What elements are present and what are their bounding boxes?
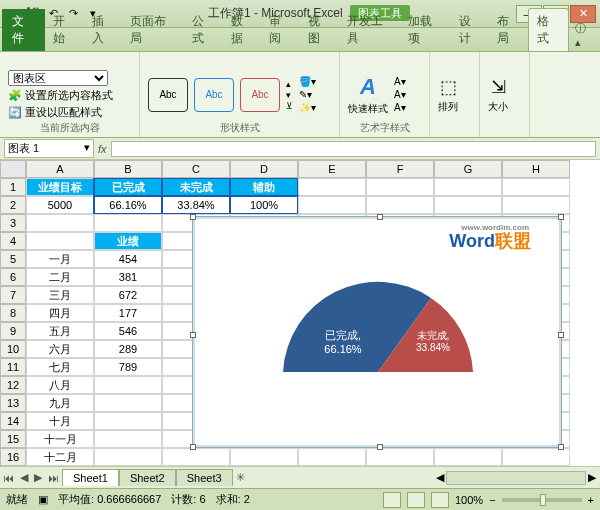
cell[interactable] bbox=[230, 448, 298, 466]
row-header[interactable]: 12 bbox=[0, 376, 26, 394]
col-header[interactable]: A bbox=[26, 160, 94, 178]
cell[interactable] bbox=[162, 448, 230, 466]
cell[interactable]: 三月 bbox=[26, 286, 94, 304]
cell[interactable]: 二月 bbox=[26, 268, 94, 286]
quick-styles-button[interactable]: A 快速样式 bbox=[348, 74, 388, 116]
hscroll-left-icon[interactable]: ◀ bbox=[436, 471, 444, 484]
col-header[interactable]: D bbox=[230, 160, 298, 178]
gallery-up-icon[interactable]: ▴ bbox=[286, 79, 293, 89]
cell[interactable]: 66.16% bbox=[94, 196, 162, 214]
cell[interactable] bbox=[298, 448, 366, 466]
format-selection-button[interactable]: 设置所选内容格式 bbox=[25, 88, 113, 103]
cell[interactable]: 七月 bbox=[26, 358, 94, 376]
col-header[interactable]: H bbox=[502, 160, 570, 178]
name-box[interactable]: 图表 1▾ bbox=[4, 139, 94, 158]
cell[interactable]: 十一月 bbox=[26, 430, 94, 448]
reset-style-button[interactable]: 重设以匹配样式 bbox=[25, 105, 102, 120]
cell[interactable] bbox=[94, 394, 162, 412]
cell[interactable]: 十月 bbox=[26, 412, 94, 430]
cell[interactable]: 672 bbox=[94, 286, 162, 304]
zoom-slider[interactable] bbox=[502, 498, 582, 502]
text-outline-icon[interactable]: A▾ bbox=[394, 89, 406, 100]
row-header[interactable]: 5 bbox=[0, 250, 26, 268]
row-header[interactable]: 1 bbox=[0, 178, 26, 196]
tab-dev[interactable]: 开发工具 bbox=[339, 9, 401, 51]
text-fill-icon[interactable]: A▾ bbox=[394, 76, 406, 87]
row-header[interactable]: 8 bbox=[0, 304, 26, 322]
col-header[interactable]: G bbox=[434, 160, 502, 178]
cell[interactable] bbox=[94, 376, 162, 394]
cell[interactable]: 五月 bbox=[26, 322, 94, 340]
cell[interactable]: 381 bbox=[94, 268, 162, 286]
zoom-in-icon[interactable]: + bbox=[588, 494, 594, 506]
chevron-down-icon[interactable]: ▾ bbox=[84, 141, 90, 156]
cell[interactable] bbox=[366, 178, 434, 196]
cell[interactable]: 289 bbox=[94, 340, 162, 358]
row-header[interactable]: 11 bbox=[0, 358, 26, 376]
row-header[interactable]: 7 bbox=[0, 286, 26, 304]
formula-input[interactable] bbox=[111, 141, 596, 157]
cell[interactable] bbox=[366, 196, 434, 214]
cell[interactable] bbox=[94, 412, 162, 430]
sheet-tab-1[interactable]: Sheet1 bbox=[62, 469, 119, 486]
cell[interactable]: 33.84% bbox=[162, 196, 230, 214]
shape-outline-button[interactable]: ✎▾ bbox=[299, 89, 316, 100]
cell[interactable] bbox=[502, 448, 570, 466]
tab-chartlayout[interactable]: 布局 bbox=[489, 9, 528, 51]
row-header[interactable]: 13 bbox=[0, 394, 26, 412]
text-effects-icon[interactable]: A▾ bbox=[394, 102, 406, 113]
cell[interactable]: 九月 bbox=[26, 394, 94, 412]
view-pagebreak-button[interactable] bbox=[431, 492, 449, 508]
cell[interactable] bbox=[94, 430, 162, 448]
help-icon[interactable]: ⓘ ▴ bbox=[569, 19, 600, 51]
cell[interactable]: 789 bbox=[94, 358, 162, 376]
cell[interactable]: 十二月 bbox=[26, 448, 94, 466]
sheet-tab-3[interactable]: Sheet3 bbox=[176, 469, 233, 486]
cell[interactable]: 业绩 bbox=[94, 232, 162, 250]
tab-data[interactable]: 数据 bbox=[223, 9, 262, 51]
shape-style-3[interactable]: Abc bbox=[240, 78, 280, 112]
sheet-nav-next[interactable]: ▶ bbox=[31, 471, 45, 484]
tab-view[interactable]: 视图 bbox=[300, 9, 339, 51]
size-button[interactable]: ⇲大小 bbox=[488, 76, 508, 114]
row-header[interactable]: 6 bbox=[0, 268, 26, 286]
row-header[interactable]: 15 bbox=[0, 430, 26, 448]
cell[interactable]: 辅助 bbox=[230, 178, 298, 196]
file-tab[interactable]: 文件 bbox=[2, 9, 45, 51]
sheet-nav-prev[interactable]: ◀ bbox=[17, 471, 31, 484]
new-sheet-icon[interactable]: ✳ bbox=[233, 471, 248, 484]
cell[interactable]: 已完成 bbox=[94, 178, 162, 196]
col-header[interactable]: C bbox=[162, 160, 230, 178]
cell[interactable]: 六月 bbox=[26, 340, 94, 358]
shape-effects-button[interactable]: ✨▾ bbox=[299, 102, 316, 113]
macro-record-icon[interactable]: ▣ bbox=[38, 493, 48, 506]
cell[interactable] bbox=[434, 178, 502, 196]
cell[interactable]: 546 bbox=[94, 322, 162, 340]
cell[interactable] bbox=[298, 196, 366, 214]
row-header[interactable]: 10 bbox=[0, 340, 26, 358]
arrange-button[interactable]: ⬚排列 bbox=[438, 76, 458, 114]
sheet-tab-2[interactable]: Sheet2 bbox=[119, 469, 176, 486]
shape-style-2[interactable]: Abc bbox=[194, 78, 234, 112]
tab-design[interactable]: 设计 bbox=[451, 9, 490, 51]
select-all-corner[interactable] bbox=[0, 160, 26, 178]
row-header[interactable]: 3 bbox=[0, 214, 26, 232]
cell[interactable] bbox=[434, 196, 502, 214]
cell[interactable] bbox=[366, 448, 434, 466]
view-pagelayout-button[interactable] bbox=[407, 492, 425, 508]
cell[interactable]: 454 bbox=[94, 250, 162, 268]
embedded-chart[interactable]: www.wordlm.com Word联盟 已完成, 66.16% 未完成, 3… bbox=[192, 216, 562, 448]
row-header[interactable]: 4 bbox=[0, 232, 26, 250]
tab-layout[interactable]: 页面布局 bbox=[122, 9, 184, 51]
zoom-level[interactable]: 100% bbox=[455, 494, 483, 506]
hscroll-track[interactable] bbox=[446, 471, 586, 485]
view-normal-button[interactable] bbox=[383, 492, 401, 508]
col-header[interactable]: B bbox=[94, 160, 162, 178]
cell[interactable]: 八月 bbox=[26, 376, 94, 394]
tab-home[interactable]: 开始 bbox=[45, 9, 84, 51]
row-header[interactable]: 14 bbox=[0, 412, 26, 430]
cell[interactable]: 100% bbox=[230, 196, 298, 214]
cell[interactable] bbox=[298, 178, 366, 196]
cell[interactable] bbox=[94, 214, 162, 232]
cell[interactable]: 一月 bbox=[26, 250, 94, 268]
